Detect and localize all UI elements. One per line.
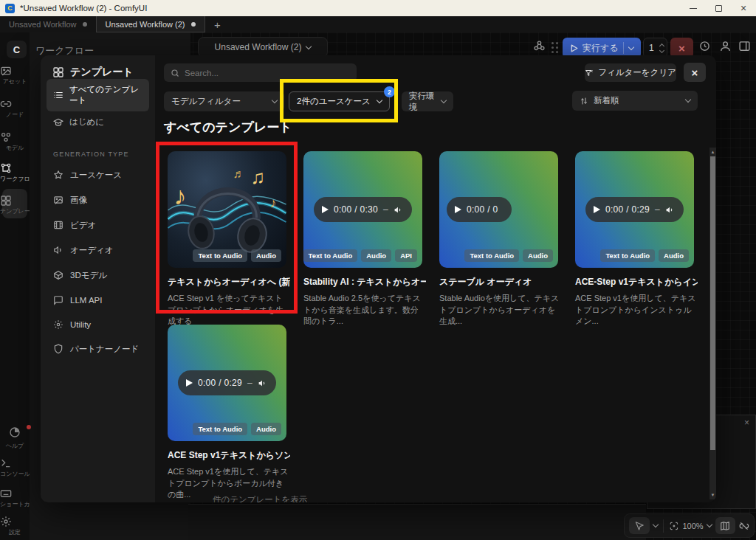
audio-player[interactable]: 0:00 / 0:30 – <box>314 197 412 222</box>
template-card-stable-audio[interactable]: 0:00 / 0 Text to Audio Audio ステーブル オーディオ… <box>439 151 562 328</box>
chevron-down-icon[interactable] <box>652 522 658 527</box>
nav-all-templates[interactable]: すべてのテンプレート <box>47 79 149 111</box>
new-tab-button[interactable]: + <box>208 16 227 32</box>
minimap-close-button[interactable]: × <box>744 418 749 428</box>
volume-slider[interactable]: – <box>655 204 660 215</box>
sidebar-item-settings[interactable]: 設定 <box>0 516 30 536</box>
nodes-icon <box>0 98 12 110</box>
volume-icon[interactable] <box>258 378 267 388</box>
api-nodes-button[interactable] <box>533 40 546 52</box>
sidebar-item-templates[interactable]: テンプレート <box>0 195 30 215</box>
template-card-ace-step-instrumental[interactable]: 0:00 / 0:29 – Text to Audio Audio ACE-St… <box>575 151 698 328</box>
generation-type-label: GENERATION TYPE <box>53 150 142 158</box>
tag-badge: Audio <box>361 249 391 262</box>
sidebar-item-help[interactable]: ヘルプ <box>0 426 30 450</box>
scroll-down-arrow[interactable]: ▼ <box>709 491 716 499</box>
play-icon[interactable] <box>594 206 600 213</box>
red-highlight-annotation <box>156 142 298 314</box>
nav-getting-started[interactable]: はじめに <box>47 111 149 133</box>
fit-view-icon[interactable] <box>669 521 679 531</box>
type-3d-model[interactable]: 3Dモデル <box>41 263 155 288</box>
tab-unsaved-workflow[interactable]: Unsaved Workflow <box>0 16 96 32</box>
sidebar-item-console[interactable]: コンソール <box>0 457 30 478</box>
search-input[interactable] <box>185 69 350 77</box>
chevron-down-icon <box>685 97 691 103</box>
card-title: Stability AI : テキストからオーデ... <box>303 276 426 288</box>
vertical-scrollbar[interactable]: ▲ ▼ <box>709 148 716 499</box>
sidebar-item-workflows[interactable]: ワークフロー <box>0 162 30 183</box>
tag-badge: Text to Audio <box>600 249 655 262</box>
background-node-panel <box>188 504 646 540</box>
type-audio[interactable]: オーディオ <box>41 238 155 263</box>
volume-icon[interactable] <box>665 205 675 215</box>
card-title: ステーブル オーディオ <box>439 276 562 288</box>
type-image[interactable]: 画像 <box>41 187 155 212</box>
pointer-tool-button[interactable] <box>629 517 650 534</box>
tag-badge: Text to Audio <box>464 249 519 262</box>
canvas-zoom-controls: 100% <box>624 513 755 538</box>
audio-player[interactable]: 0:00 / 0:29 – <box>585 197 684 222</box>
close-window-button[interactable]: × <box>731 0 756 16</box>
sidebar-item-models[interactable]: モデル <box>0 131 30 152</box>
card-description: ACE Step v1を使用して、テキストプロンプトからインストゥルメン... <box>575 293 698 328</box>
divider <box>663 519 664 533</box>
runtime-filter-dropdown[interactable]: 実行環境 <box>402 91 453 111</box>
maximize-button[interactable] <box>706 0 731 16</box>
type-utility[interactable]: Utility <box>41 312 155 336</box>
model-filter-dropdown[interactable]: モデルフィルター <box>164 91 284 111</box>
sidebar-item-shortcuts[interactable]: ショートカット <box>0 488 30 508</box>
card-title: ACE-Step v1テキストからインス... <box>575 276 698 288</box>
scroll-up-arrow[interactable]: ▲ <box>709 148 716 156</box>
type-partner-nodes[interactable]: パートナーノード <box>41 336 155 361</box>
unsaved-dot-icon <box>83 22 87 27</box>
cube-icon <box>53 270 63 280</box>
chat-icon <box>53 295 63 305</box>
audio-player[interactable]: 0:00 / 0:29 – <box>178 370 276 395</box>
workflow-name-dropdown[interactable]: Unsaved Workflow (2) <box>198 37 328 58</box>
clear-filters-button[interactable]: フィルターをクリア <box>585 63 676 82</box>
play-icon[interactable] <box>455 206 461 213</box>
panel-toggle-button[interactable] <box>738 40 751 52</box>
play-icon[interactable] <box>186 379 193 387</box>
play-icon[interactable] <box>322 206 329 213</box>
template-card-stability-text-to-audio[interactable]: 0:00 / 0:30 – Text to Audio Audio API St… <box>303 151 426 328</box>
stepper-arrows[interactable] <box>660 44 664 52</box>
type-usecases[interactable]: ユースケース <box>41 162 155 187</box>
scrollbar-thumb[interactable] <box>710 156 715 450</box>
history-button[interactable] <box>698 40 711 52</box>
app-window: C *Unsaved Workflow (2) - ComfyUI × Unsa… <box>0 0 756 540</box>
tag-badge: Audio <box>251 423 281 435</box>
minimap-toggle-button[interactable] <box>715 517 736 534</box>
type-llm-api[interactable]: LLM API <box>41 288 155 312</box>
minimap-icon <box>720 521 730 531</box>
volume-slider[interactable]: – <box>383 204 388 215</box>
chevron-down-icon[interactable] <box>628 44 634 49</box>
user-button[interactable] <box>719 40 732 52</box>
link-off-icon[interactable] <box>739 521 749 531</box>
sidebar-item-assets[interactable]: アセット <box>0 65 30 86</box>
comfyui-logo[interactable]: C <box>7 41 27 58</box>
maximize-icon <box>715 5 722 12</box>
zoom-level[interactable]: 100% <box>682 522 703 530</box>
minimize-button[interactable] <box>681 0 706 16</box>
dialog-close-button[interactable]: × <box>684 63 706 82</box>
volume-icon[interactable] <box>394 205 403 215</box>
os-titlebar: C *Unsaved Workflow (2) - ComfyUI × <box>0 0 756 16</box>
drag-handle-icon[interactable] <box>551 42 554 44</box>
chevron-down-icon[interactable] <box>706 522 712 527</box>
audio-player[interactable]: 0:00 / 0 <box>447 197 512 222</box>
tag-badge: API <box>395 249 417 262</box>
filter-x-icon <box>585 69 594 77</box>
card-title: ACE Step v1テキストからソング <box>168 449 290 462</box>
tab-label: Unsaved Workflow (2) <box>106 20 185 29</box>
tab-unsaved-workflow-2[interactable]: Unsaved Workflow (2) <box>96 16 205 32</box>
volume-slider[interactable]: – <box>247 378 252 388</box>
type-video[interactable]: ビデオ <box>41 212 155 238</box>
template-card-ace-step-song[interactable]: 0:00 / 0:29 – Text to Audio Audio ACE St… <box>168 325 290 501</box>
sidebar-item-nodes[interactable]: ノード <box>0 98 30 119</box>
list-icon <box>53 90 63 100</box>
chevron-down-icon <box>306 43 312 49</box>
sort-dropdown[interactable]: 新着順 <box>572 91 698 111</box>
speaker-icon <box>53 245 63 255</box>
chevron-down-icon <box>441 97 447 103</box>
